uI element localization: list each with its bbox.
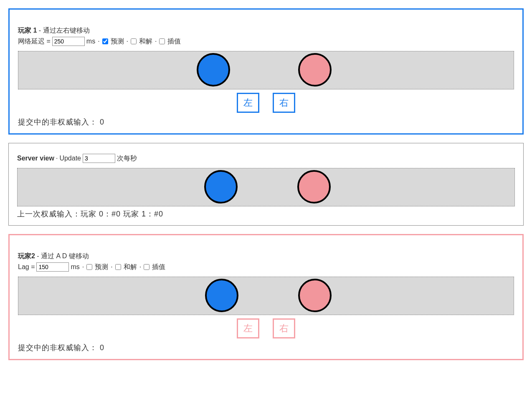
player1-panel: 玩家 1 - 通过左右键移动 网络延迟 = ms · 预测 · 和解 · 插值 …	[8, 8, 524, 135]
player2-reconcile-checkbox[interactable]	[115, 264, 121, 270]
player2-predict-checkbox[interactable]	[86, 264, 92, 270]
server-status-label: 上一次权威输入：	[17, 210, 81, 218]
player1-left-button[interactable]: 左	[237, 93, 259, 113]
separator: ·	[139, 263, 141, 271]
player2-title-line: 玩家2 - 通过 A D 键移动	[18, 252, 514, 261]
server-panel: Server view · Update 次每秒 上一次权威输入：玩家 0：#0…	[8, 143, 524, 226]
separator: ·	[111, 263, 112, 271]
separator: ·	[82, 263, 84, 271]
player2-ball-pink	[298, 279, 332, 312]
player1-title-line: 玩家 1 - 通过左右键移动	[18, 26, 514, 35]
player2-interp-label: 插值	[152, 263, 165, 272]
player1-interp-label: 插值	[167, 37, 181, 46]
player2-lag-input[interactable]	[36, 262, 69, 272]
player2-game-area	[18, 277, 514, 315]
separator: ·	[127, 38, 128, 45]
player1-lag-unit: ms	[86, 38, 95, 45]
player1-game-area	[18, 51, 514, 89]
player1-status-value: 0	[97, 118, 104, 126]
server-status: 上一次权威输入：玩家 0：#0 玩家 1：#0	[17, 209, 515, 219]
player1-status: 提交中的非权威输入： 0	[18, 117, 514, 127]
server-ball-blue	[204, 170, 238, 203]
player1-status-label: 提交中的非权威输入：	[18, 118, 97, 126]
player2-reconcile-label: 和解	[124, 263, 137, 272]
player2-interp-checkbox[interactable]	[144, 264, 149, 270]
player1-reconcile-checkbox[interactable]	[131, 38, 137, 44]
player2-button-row: 左 右	[18, 318, 514, 338]
player1-ball-blue	[197, 53, 230, 86]
server-status-value: 玩家 0：#0 玩家 1：#0	[81, 210, 163, 218]
server-game-area	[17, 168, 515, 206]
player2-left-button[interactable]: 左	[237, 318, 259, 338]
player2-status-label: 提交中的非权威输入：	[18, 343, 97, 352]
player1-subtitle: - 通过左右键移动	[37, 27, 89, 34]
player2-ball-blue	[205, 279, 238, 312]
player2-right-button[interactable]: 右	[273, 318, 295, 338]
separator: ·	[56, 155, 58, 162]
player2-subtitle: - 通过 A D 键移动	[35, 252, 89, 259]
player1-title: 玩家 1	[18, 27, 37, 34]
player1-reconcile-label: 和解	[139, 37, 152, 46]
player1-interp-checkbox[interactable]	[159, 38, 165, 44]
player2-status: 提交中的非权威输入： 0	[18, 343, 514, 353]
player1-right-button[interactable]: 右	[273, 93, 295, 113]
player1-lag-input[interactable]	[52, 37, 85, 46]
separator: ·	[98, 38, 99, 45]
server-ball-pink	[297, 170, 331, 203]
player1-ball-pink	[298, 53, 332, 86]
separator: ·	[155, 38, 157, 45]
player1-predict-checkbox[interactable]	[102, 38, 108, 44]
player2-settings: Lag = ms · 预测 · 和解 · 插值	[18, 262, 514, 272]
player2-lag-unit: ms	[71, 263, 79, 271]
player2-panel: 玩家2 - 通过 A D 键移动 Lag = ms · 预测 · 和解 · 插值…	[8, 234, 524, 360]
player1-lag-label: 网络延迟 =	[18, 37, 51, 46]
player2-title: 玩家2	[18, 252, 35, 259]
player2-status-value: 0	[97, 343, 104, 352]
server-update-input[interactable]	[83, 154, 115, 163]
player1-settings: 网络延迟 = ms · 预测 · 和解 · 插值	[18, 37, 514, 46]
player1-predict-label: 预测	[111, 37, 124, 46]
player2-predict-label: 预测	[95, 263, 108, 272]
server-update-unit: 次每秒	[117, 154, 137, 163]
player2-lag-label: Lag =	[18, 263, 35, 271]
player1-button-row: 左 右	[18, 93, 514, 113]
server-title: Server view	[17, 155, 54, 162]
player1-header: 玩家 1 - 通过左右键移动 网络延迟 = ms · 预测 · 和解 · 插值	[18, 16, 514, 46]
player2-header: 玩家2 - 通过 A D 键移动 Lag = ms · 预测 · 和解 · 插值	[18, 242, 514, 272]
server-update-label: Update	[59, 155, 81, 162]
server-settings: Server view · Update 次每秒	[17, 154, 515, 163]
